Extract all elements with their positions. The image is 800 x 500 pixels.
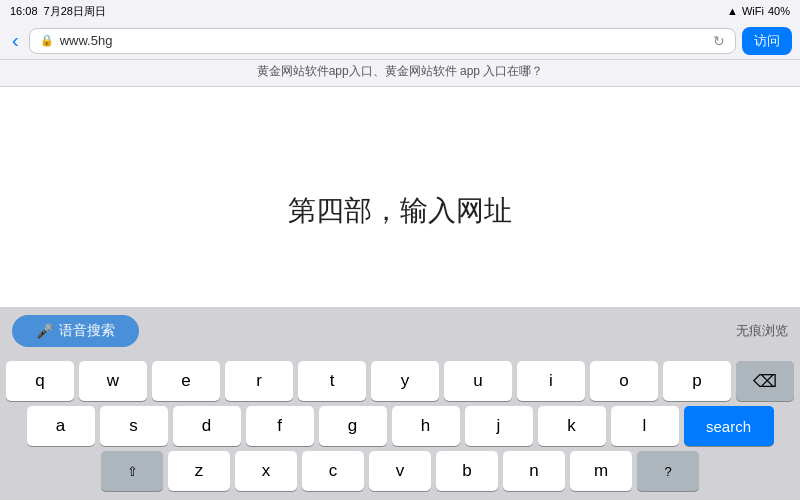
page-title-bar: 黄金网站软件app入口、黄金网站软件 app 入口在哪？ — [0, 60, 800, 87]
key-x[interactable]: x — [235, 451, 297, 491]
instruction-text: 第四部，输入网址 — [288, 192, 512, 230]
voice-search-container: 🎤 语音搜索 无痕浏览 — [0, 307, 800, 355]
lock-icon: 🔒 — [40, 34, 54, 47]
key-b[interactable]: b — [436, 451, 498, 491]
key-e[interactable]: e — [152, 361, 220, 401]
search-key[interactable]: search — [684, 406, 774, 446]
key-h[interactable]: h — [392, 406, 460, 446]
shift-key[interactable]: ⇧ — [101, 451, 163, 491]
page-title: 黄金网站软件app入口、黄金网站软件 app 入口在哪？ — [257, 64, 544, 78]
key-p[interactable]: p — [663, 361, 731, 401]
visit-button[interactable]: 访问 — [742, 27, 792, 55]
back-button[interactable]: ‹ — [8, 29, 23, 52]
key-k[interactable]: k — [538, 406, 606, 446]
main-content: 第四部，输入网址 🎤 语音搜索 无痕浏览 — [0, 87, 800, 355]
key-s[interactable]: s — [100, 406, 168, 446]
keyboard-row-1: q w e r t y u i o p ⌫ — [3, 361, 797, 401]
keyboard-row-2: a s d f g h j k l search — [3, 406, 797, 446]
signal-icon: ▲ — [727, 5, 738, 17]
status-date: 7月28日周日 — [44, 4, 106, 19]
voice-search-label: 语音搜索 — [59, 322, 115, 340]
key-z[interactable]: z — [168, 451, 230, 491]
key-i[interactable]: i — [517, 361, 585, 401]
key-t[interactable]: t — [298, 361, 366, 401]
status-time: 16:08 — [10, 5, 38, 17]
address-bar[interactable]: 🔒 www.5hg ↻ — [29, 28, 736, 54]
key-m[interactable]: m — [570, 451, 632, 491]
keyboard-row-3: ⇧ z x c v b n m ? — [3, 451, 797, 491]
incognito-label: 无痕浏览 — [736, 322, 788, 340]
key-a[interactable]: a — [27, 406, 95, 446]
battery-label: 40% — [768, 5, 790, 17]
key-q[interactable]: q — [6, 361, 74, 401]
key-d[interactable]: d — [173, 406, 241, 446]
key-r[interactable]: r — [225, 361, 293, 401]
key-g[interactable]: g — [319, 406, 387, 446]
key-u[interactable]: u — [444, 361, 512, 401]
key-y[interactable]: y — [371, 361, 439, 401]
status-right: ▲ WiFi 40% — [727, 5, 790, 17]
status-left: 16:08 7月28日周日 — [10, 4, 106, 19]
reload-icon[interactable]: ↻ — [713, 33, 725, 49]
delete-key[interactable]: ⌫ — [736, 361, 794, 401]
question-key[interactable]: ? — [637, 451, 699, 491]
key-n[interactable]: n — [503, 451, 565, 491]
key-o[interactable]: o — [590, 361, 658, 401]
voice-search-button[interactable]: 🎤 语音搜索 — [12, 315, 139, 347]
wifi-icon: WiFi — [742, 5, 764, 17]
mic-icon: 🎤 — [36, 323, 53, 339]
key-v[interactable]: v — [369, 451, 431, 491]
status-bar: 16:08 7月28日周日 ▲ WiFi 40% — [0, 0, 800, 22]
key-c[interactable]: c — [302, 451, 364, 491]
key-w[interactable]: w — [79, 361, 147, 401]
key-j[interactable]: j — [465, 406, 533, 446]
nav-bar: ‹ 🔒 www.5hg ↻ 访问 — [0, 22, 800, 60]
key-l[interactable]: l — [611, 406, 679, 446]
keyboard: q w e r t y u i o p ⌫ a s d f g h j k l … — [0, 355, 800, 500]
address-text: www.5hg — [60, 33, 707, 48]
key-f[interactable]: f — [246, 406, 314, 446]
